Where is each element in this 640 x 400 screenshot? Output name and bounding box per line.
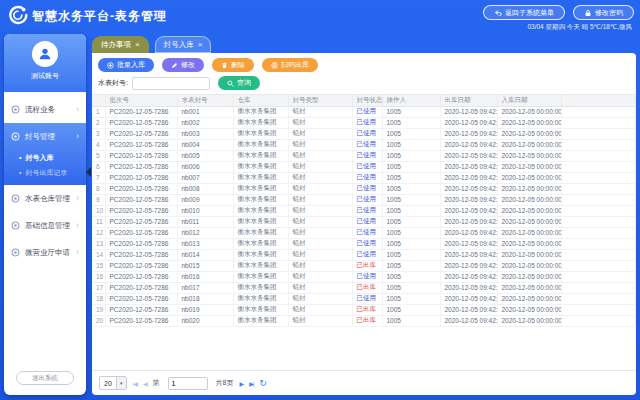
cell: PC2020-12-05-7286 bbox=[105, 183, 177, 194]
table-row[interactable]: 4PC2020-12-05-7286nb004衡水水务集团铅封已使用100520… bbox=[92, 139, 636, 150]
cell: 1005 bbox=[382, 106, 440, 117]
table-row[interactable]: 15PC2020-12-05-7286nb015衡水水务集团铅封已出库10052… bbox=[92, 260, 636, 271]
table-row[interactable]: 7PC2020-12-05-7286nb007衡水水务集团铅封已使用100520… bbox=[92, 172, 636, 183]
cell: 1005 bbox=[382, 271, 440, 282]
cell: 1005 bbox=[382, 227, 440, 238]
prev-page-button[interactable]: ◀ bbox=[143, 380, 147, 387]
table-row[interactable]: 13PC2020-12-05-7286nb013衡水水务集团铅封已使用10052… bbox=[92, 238, 636, 249]
table-row[interactable]: 6PC2020-12-05-7286nb006衡水水务集团铅封已使用100520… bbox=[92, 161, 636, 172]
cell: 衡水水务集团 bbox=[233, 304, 288, 315]
page-size-select[interactable]: 20 ▾ bbox=[99, 376, 127, 390]
table-row[interactable]: 3PC2020-12-05-7286nb003衡水水务集团铅封已使用100520… bbox=[92, 128, 636, 139]
first-page-button[interactable]: |◀ bbox=[133, 380, 137, 387]
next-page-button[interactable]: ▶ bbox=[240, 380, 244, 387]
table-row[interactable]: 12PC2020-12-05-7286nb012衡水水务集团铅封已使用10052… bbox=[92, 227, 636, 238]
table-row[interactable]: 18PC2020-12-05-7286nb018衡水水务集团铅封已使用10052… bbox=[92, 293, 636, 304]
page-number-input[interactable] bbox=[168, 377, 208, 390]
chevron-right-icon: › bbox=[76, 132, 79, 141]
cell: 衡水水务集团 bbox=[233, 260, 288, 271]
cell: PC2020-12-05-7286 bbox=[105, 271, 177, 282]
cell: nb010 bbox=[177, 205, 233, 216]
row-number-cell: 5 bbox=[92, 150, 105, 161]
account-name: 测试账号 bbox=[31, 71, 59, 81]
cell: 1005 bbox=[382, 117, 440, 128]
cell: nb020 bbox=[177, 315, 233, 326]
sidebar-subitem-seal-inbound[interactable]: • 封号入库 bbox=[4, 150, 86, 165]
main-panel: 批量入库 修改 删除 扫码出库 水表封号: 查询 bbox=[92, 53, 636, 395]
sidebar-subitem-seal-outbound-record[interactable]: • 封号出库记录 bbox=[4, 165, 86, 180]
table-row[interactable]: 9PC2020-12-05-7286nb009衡水水务集团铅封已使用100520… bbox=[92, 194, 636, 205]
sidebar-item-process-business[interactable]: 流程业务 › bbox=[4, 96, 86, 123]
table-row[interactable]: 17PC2020-12-05-7286nb017衡水水务集团铅封已出库10052… bbox=[92, 282, 636, 293]
weather-info: 03/04 星期四 今天 晴 5℃/18℃,微风 bbox=[527, 23, 632, 32]
table-row[interactable]: 2PC2020-12-05-7286nb002衡水水务集团铅封已使用100520… bbox=[92, 117, 636, 128]
table-row[interactable]: 8PC2020-12-05-7286nb008衡水水务集团铅封已使用100520… bbox=[92, 183, 636, 194]
sidebar-item-micro-hall[interactable]: 微营业厅申请 › bbox=[4, 239, 86, 266]
table-row[interactable]: 19PC2020-12-05-7286nb019衡水水务集团铅封已出库10052… bbox=[92, 304, 636, 315]
change-password-button[interactable]: 修改密码 bbox=[573, 5, 634, 20]
sidebar-item-meter-warehouse[interactable]: 水表仓库管理 › bbox=[4, 185, 86, 212]
cell: 1005 bbox=[382, 161, 440, 172]
batch-inbound-button[interactable]: 批量入库 bbox=[98, 58, 154, 72]
cell: 2020-12-05 09:42:01 bbox=[440, 194, 497, 205]
seal-number-input[interactable] bbox=[132, 77, 210, 90]
table-row[interactable]: 14PC2020-12-05-7286nb014衡水水务集团铅封已使用10052… bbox=[92, 249, 636, 260]
cell: 1005 bbox=[382, 304, 440, 315]
sidebar-item-label: 水表仓库管理 bbox=[25, 194, 70, 204]
cell: PC2020-12-05-7286 bbox=[105, 249, 177, 260]
sidebar-item-seal-management[interactable]: 封号管理 › bbox=[4, 123, 86, 150]
cell: 铅封 bbox=[288, 293, 352, 304]
filler-cell bbox=[561, 293, 636, 304]
cell: nb011 bbox=[177, 216, 233, 227]
filler-cell bbox=[561, 304, 636, 315]
status-cell: 已使用 bbox=[352, 161, 382, 172]
cell: 衡水水务集团 bbox=[233, 227, 288, 238]
modify-button[interactable]: 修改 bbox=[162, 58, 204, 72]
app-logo-icon bbox=[8, 5, 28, 25]
cell: 2020-12-05 00:00:00 bbox=[497, 216, 561, 227]
cell: 1005 bbox=[382, 315, 440, 326]
table-row[interactable]: 11PC2020-12-05-7286nb011衡水水务集团铅封已使用10052… bbox=[92, 216, 636, 227]
cell: 2020-12-05 00:00:00 bbox=[497, 282, 561, 293]
table-row[interactable]: 10PC2020-12-05-7286nb010衡水水务集团铅封已使用10052… bbox=[92, 205, 636, 216]
tab-close-icon[interactable]: × bbox=[198, 40, 203, 49]
refresh-icon[interactable]: ↻ bbox=[259, 378, 267, 388]
back-to-subsystem-button[interactable]: 返回子系统菜单 bbox=[483, 5, 565, 20]
table-row[interactable]: 16PC2020-12-05-7286nb016衡水水务集团铅封已使用10052… bbox=[92, 271, 636, 282]
cell: nb001 bbox=[177, 106, 233, 117]
lock-icon bbox=[584, 9, 592, 17]
table-row[interactable]: 1PC2020-12-05-7286nb001衡水水务集团铅封已使用100520… bbox=[92, 106, 636, 117]
cell: 2020-12-05 09:42:01 bbox=[440, 128, 497, 139]
cell: 2020-12-05 00:00:00 bbox=[497, 304, 561, 315]
cell: 2020-12-05 00:00:00 bbox=[497, 271, 561, 282]
tab-seal-inbound[interactable]: 封号入库 × bbox=[155, 36, 212, 53]
sidebar-item-basic-info[interactable]: 基础信息管理 › bbox=[4, 212, 86, 239]
sidebar-subitem-label: 封号出库记录 bbox=[25, 168, 67, 178]
status-cell: 已使用 bbox=[352, 183, 382, 194]
status-cell: 已使用 bbox=[352, 293, 382, 304]
status-cell: 已使用 bbox=[352, 106, 382, 117]
tab-todo-items[interactable]: 待办事项 × bbox=[92, 36, 149, 53]
row-number-cell: 19 bbox=[92, 304, 105, 315]
cell: nb009 bbox=[177, 194, 233, 205]
logout-button[interactable]: 退出系统 bbox=[16, 371, 74, 385]
cell: nb019 bbox=[177, 304, 233, 315]
change-password-label: 修改密码 bbox=[595, 8, 623, 18]
last-page-button[interactable]: ▶| bbox=[249, 380, 253, 387]
filler-cell bbox=[561, 106, 636, 117]
table-row[interactable]: 5PC2020-12-05-7286nb005衡水水务集团铅封已使用100520… bbox=[92, 150, 636, 161]
table-row[interactable]: 20PC2020-12-05-7286nb020衡水水务集团铅封已出库10052… bbox=[92, 315, 636, 326]
cell: 2020-12-05 09:42:01 bbox=[440, 315, 497, 326]
cell: 铅封 bbox=[288, 106, 352, 117]
cell: 铅封 bbox=[288, 128, 352, 139]
delete-button[interactable]: 删除 bbox=[212, 58, 254, 72]
sidebar-collapse-handle[interactable] bbox=[86, 167, 91, 177]
cell: 铅封 bbox=[288, 249, 352, 260]
cell: 2020-12-05 09:42:01 bbox=[440, 249, 497, 260]
scan-outbound-button[interactable]: 扫码出库 bbox=[262, 58, 318, 72]
query-button[interactable]: 查询 bbox=[218, 76, 260, 90]
tab-close-icon[interactable]: × bbox=[135, 40, 140, 49]
avatar[interactable] bbox=[32, 41, 58, 67]
cell: 2020-12-05 00:00:00 bbox=[497, 139, 561, 150]
cell: nb007 bbox=[177, 172, 233, 183]
